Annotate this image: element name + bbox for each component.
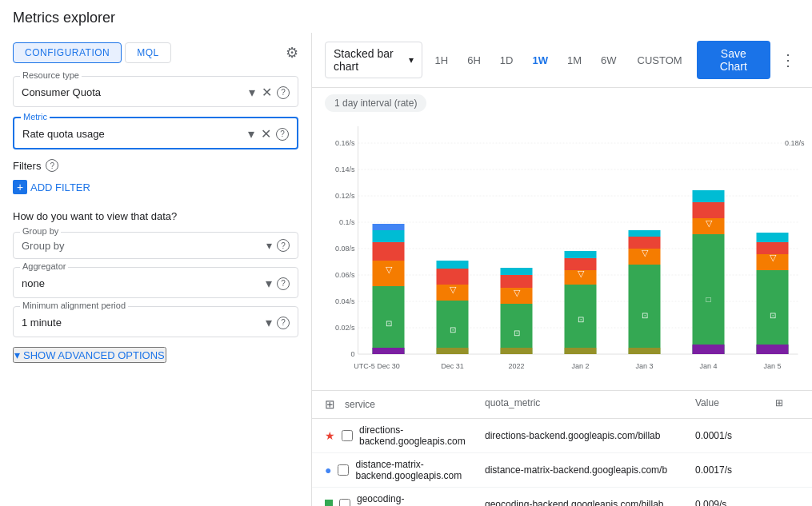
time-btn-1w[interactable]: 1W [526, 50, 554, 71]
svg-text:0.14/s: 0.14/s [335, 165, 355, 173]
svg-rect-29 [437, 261, 469, 269]
svg-text:0.12/s: 0.12/s [335, 192, 355, 200]
svg-rect-23 [373, 224, 405, 230]
page-title: Metrics explorer [0, 0, 812, 33]
table-row: ★ directions-backend.googleapis.com dire… [312, 419, 812, 453]
right-panel: Stacked bar chart ▾ 1H 6H 1D 1W 1M 6W CU… [312, 33, 812, 506]
svg-rect-50 [693, 234, 725, 354]
show-advanced-label: SHOW ADVANCED OPTIONS [23, 349, 165, 361]
filters-section: Filters ? [13, 159, 298, 172]
service-header: ⊞ service [325, 397, 485, 412]
svg-rect-35 [501, 268, 533, 275]
svg-text:Jan 4: Jan 4 [699, 362, 717, 370]
more-options-button[interactable]: ⋮ [777, 47, 799, 73]
chevron-down-icon: ▾ [14, 349, 20, 361]
min-alignment-field: Minimum alignment period 1 minute ▾ ? [13, 306, 298, 337]
resource-type-dropdown[interactable]: ▾ [247, 83, 257, 102]
metric-dropdown[interactable]: ▾ [246, 125, 256, 143]
svg-text:⊡: ⊡ [450, 325, 456, 334]
svg-text:0.06/s: 0.06/s [335, 271, 355, 279]
quota-metric-1: directions-backend.googleapis.com/billab [485, 430, 695, 441]
resource-type-clear[interactable]: ✕ [260, 83, 274, 102]
svg-rect-28 [437, 269, 469, 285]
time-btn-6w[interactable]: 6W [594, 50, 623, 71]
show-advanced-button[interactable]: ▾ SHOW ADVANCED OPTIONS [13, 347, 166, 363]
svg-text:▽: ▽ [386, 265, 393, 274]
time-btn-1m[interactable]: 1M [561, 50, 588, 71]
row-checkbox-2[interactable] [338, 464, 349, 476]
service-cell-1: ★ directions-backend.googleapis.com [325, 424, 485, 447]
table-row: ● distance-matrix-backend.googleapis.com… [312, 453, 812, 488]
svg-text:Dec 30: Dec 30 [377, 362, 400, 370]
svg-text:⊡: ⊡ [386, 319, 392, 328]
metric-clear[interactable]: ✕ [259, 125, 273, 143]
min-alignment-value: 1 minute [22, 317, 261, 329]
grid-icon: ⊞ [325, 397, 335, 412]
svg-rect-21 [373, 242, 405, 261]
svg-rect-34 [501, 275, 533, 288]
svg-text:⊡: ⊡ [578, 315, 584, 324]
resource-type-field: Resource type Consumer Quota ▾ ✕ ? [13, 76, 298, 107]
resource-type-help[interactable]: ? [277, 86, 290, 99]
svg-text:▽: ▽ [706, 218, 713, 228]
svg-text:⊡: ⊡ [514, 329, 520, 337]
service-cell-3: geocoding-backend.googleapis.com [325, 493, 485, 506]
time-btn-1h[interactable]: 1H [429, 50, 455, 71]
metric-help[interactable]: ? [276, 128, 289, 141]
row-checkbox-3[interactable] [339, 499, 350, 506]
custom-time-button[interactable]: CUSTOM [630, 50, 690, 71]
aggregator-field: Aggregator none ▾ ? [13, 267, 298, 298]
circle-icon: ● [325, 464, 331, 476]
time-btn-6h[interactable]: 6H [461, 50, 487, 71]
svg-rect-60 [757, 233, 789, 242]
value-3: 0.009/s [695, 499, 775, 506]
svg-rect-47 [629, 230, 661, 237]
group-by-field[interactable]: Group by Group by ▾ ? [13, 232, 298, 259]
svg-rect-22 [373, 230, 405, 242]
tab-configuration[interactable]: CONFIGURATION [13, 42, 122, 63]
add-filter-label: ADD FILTER [30, 181, 90, 193]
gear-button[interactable]: ⚙ [286, 42, 298, 63]
metric-value: Rate quota usage [22, 128, 243, 140]
svg-text:0.08/s: 0.08/s [335, 245, 355, 253]
time-btn-1d[interactable]: 1D [494, 50, 520, 71]
add-filter-button[interactable]: + ADD FILTER [13, 177, 90, 197]
svg-text:▽: ▽ [770, 253, 777, 262]
save-chart-button[interactable]: Save Chart [697, 41, 770, 79]
svg-rect-53 [693, 190, 725, 202]
svg-text:2022: 2022 [508, 362, 524, 370]
aggregator-help[interactable]: ? [277, 277, 290, 290]
service-name-3: geocoding-backend.googleapis.com [357, 493, 485, 506]
svg-text:0.04/s: 0.04/s [335, 297, 355, 305]
service-name-2: distance-matrix-backend.googleapis.com [355, 459, 485, 481]
group-by-help[interactable]: ? [277, 239, 290, 252]
value-2: 0.0017/s [695, 464, 775, 476]
svg-rect-52 [693, 202, 725, 218]
chart-toolbar: Stacked bar chart ▾ 1H 6H 1D 1W 1M 6W CU… [312, 33, 812, 88]
svg-text:▽: ▽ [578, 269, 585, 278]
svg-text:0: 0 [350, 350, 354, 358]
tab-mql[interactable]: MQL [125, 42, 171, 63]
svg-text:⊡: ⊡ [642, 311, 648, 320]
svg-text:0.16/s: 0.16/s [335, 139, 355, 147]
filters-help[interactable]: ? [46, 159, 58, 172]
min-alignment-help[interactable]: ? [277, 317, 290, 329]
legend-table: ⊞ service quota_metric Value ⊞ ★ directi… [312, 390, 812, 506]
chart-type-selector[interactable]: Stacked bar chart ▾ [325, 42, 422, 78]
metric-field: Metric Rate quota usage ▾ ✕ ? [13, 117, 298, 149]
svg-text:▽: ▽ [514, 288, 521, 297]
resource-type-value: Consumer Quota [22, 86, 244, 98]
column-settings-icon[interactable]: ⊞ [775, 397, 799, 412]
svg-rect-67 [565, 348, 597, 354]
interval-badge: 1 day interval (rate) [312, 88, 812, 118]
aggregator-dropdown[interactable]: ▾ [264, 274, 274, 293]
svg-rect-46 [629, 237, 661, 249]
svg-rect-68 [629, 348, 661, 354]
quota-metric-3: geocoding-backend.googleapis.com/billab [485, 499, 695, 506]
row-checkbox-1[interactable] [342, 430, 353, 441]
min-alignment-dropdown[interactable]: ▾ [264, 313, 274, 332]
svg-rect-61 [757, 345, 789, 354]
table-row: geocoding-backend.googleapis.com geocodi… [312, 488, 812, 506]
svg-text:⊡: ⊡ [770, 311, 776, 320]
svg-rect-44 [629, 265, 661, 354]
